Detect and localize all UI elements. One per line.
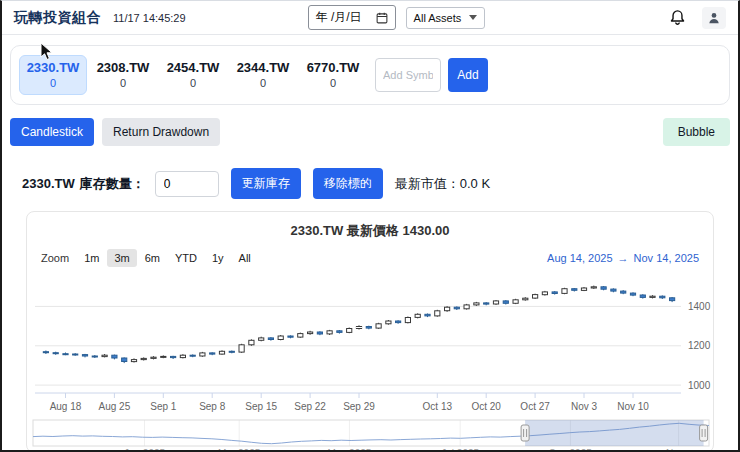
holdings-qty-input[interactable] [155,171,219,197]
market-value: 0.0 K [460,176,490,191]
svg-text:Sep 8: Sep 8 [199,401,226,412]
symbol-tab-label: 2330.TW [20,60,86,75]
range-to-input[interactable]: Nov 14, 2025 [634,252,699,264]
date-picker-input[interactable]: 年 /月/日 [308,5,396,30]
person-icon [707,11,721,25]
calendar-icon [376,12,388,24]
svg-text:Sep 1: Sep 1 [150,401,177,412]
svg-text:Sep 22: Sep 22 [294,401,326,412]
candlestick-chart[interactable]: 100012001400Aug 18Aug 25Sep 1Sep 8Sep 15… [27,269,715,417]
holdings-symbol-label: 2330.TW [22,176,75,191]
symbol-tab-6770tw[interactable]: 6770.TW 0 [299,56,367,94]
symbol-tab-label: 6770.TW [299,60,367,75]
range-arrow: → [618,252,629,264]
zoom-label: Zoom [41,252,69,264]
user-account-button[interactable] [702,7,726,29]
svg-text:1200: 1200 [688,340,711,351]
svg-text:Aug 18: Aug 18 [50,401,82,412]
clock-timestamp: 11/17 14:45:29 [113,12,186,24]
svg-text:Sep 29: Sep 29 [343,401,375,412]
symbol-tab-qty: 0 [299,77,367,89]
svg-text:Jul 2025: Jul 2025 [441,448,479,452]
svg-text:Jan 2025: Jan 2025 [124,448,166,452]
svg-text:Nov 3: Nov 3 [571,401,598,412]
add-symbol-button[interactable]: Add [448,58,488,92]
holdings-qty-label: 庫存數量： [80,175,145,193]
symbol-tab-2454tw[interactable]: 2454.TW 0 [159,56,227,94]
assets-filter-select[interactable]: All Assets [406,7,486,29]
chart-title: 2330.TW 最新價格 1430.00 [27,222,713,240]
date-range-inputs[interactable]: Aug 14, 2025 → Nov 14, 2025 [547,252,699,264]
zoom-button-all[interactable]: All [232,249,258,267]
svg-text:May 2025: May 2025 [327,448,371,452]
svg-text:Oct 13: Oct 13 [423,401,453,412]
symbol-tab-2330tw[interactable]: 2330.TW 0 [19,55,87,95]
svg-text:Mar 2025: Mar 2025 [218,448,261,452]
return-drawdown-view-button[interactable]: Return Drawdown [102,118,220,146]
symbol-tab-qty: 0 [89,77,157,89]
add-symbol-input[interactable] [375,58,441,92]
assets-filter-value: All Assets [414,12,462,24]
market-value-label: 最新市值： [395,175,460,193]
symbol-tab-qty: 0 [20,77,86,89]
view-mode-toolbar: Candlestick Return Drawdown Bubble [10,118,730,146]
chevron-down-icon [469,15,477,20]
svg-text:Oct 20: Oct 20 [471,401,501,412]
svg-text:Nov 10: Nov 10 [617,401,649,412]
svg-text:Sep 2025: Sep 2025 [549,448,592,452]
bell-icon[interactable] [669,9,686,26]
update-holdings-button[interactable]: 更新庫存 [231,168,301,199]
zoom-button-1m[interactable]: 1m [77,249,106,267]
svg-text:1000: 1000 [688,380,711,391]
zoom-button-3m[interactable]: 3m [107,249,136,267]
symbol-tab-label: 2344.TW [229,60,297,75]
holdings-controls: 2330.TW 庫存數量： 更新庫存 移除標的 最新市值： 0.0 K [22,168,730,199]
date-picker-placeholder: 年 /月/日 [316,9,362,26]
price-chart-card: 2330.TW 最新價格 1430.00 Zoom 1m 3m 6m YTD 1… [26,211,714,452]
symbol-tab-2308tw[interactable]: 2308.TW 0 [89,56,157,94]
zoom-button-ytd[interactable]: YTD [168,249,204,267]
symbol-tabs-bar: 2330.TW 0 2308.TW 0 2454.TW 0 2344.TW 0 … [10,45,730,105]
range-from-input[interactable]: Aug 14, 2025 [547,252,612,264]
svg-text:Aug 25: Aug 25 [99,401,131,412]
svg-text:Nov...: Nov... [666,448,691,452]
zoom-button-1y[interactable]: 1y [205,249,231,267]
symbol-tab-qty: 0 [229,77,297,89]
symbol-tab-qty: 0 [159,77,227,89]
chart-navigator[interactable]: Jan 2025Mar 2025May 2025Jul 2025Sep 2025… [27,417,715,452]
header-actions [669,7,726,29]
svg-text:Sep 15: Sep 15 [245,401,277,412]
symbol-tab-2344tw[interactable]: 2344.TW 0 [229,56,297,94]
zoom-button-6m[interactable]: 6m [138,249,167,267]
candlestick-view-button[interactable]: Candlestick [10,118,94,146]
remove-symbol-button[interactable]: 移除標的 [313,168,383,199]
top-bar: 玩轉投資組合 11/17 14:45:29 年 /月/日 All Assets [2,1,738,35]
app-window: 玩轉投資組合 11/17 14:45:29 年 /月/日 All Assets [0,0,740,452]
symbol-tab-label: 2454.TW [159,60,227,75]
svg-text:Oct 27: Oct 27 [520,401,550,412]
app-title: 玩轉投資組合 [14,9,101,27]
svg-text:1400: 1400 [688,301,711,312]
symbol-tab-label: 2308.TW [89,60,157,75]
bubble-view-button[interactable]: Bubble [663,118,730,146]
range-selector-row: Zoom 1m 3m 6m YTD 1y All Aug 14, 2025 → … [27,240,713,269]
